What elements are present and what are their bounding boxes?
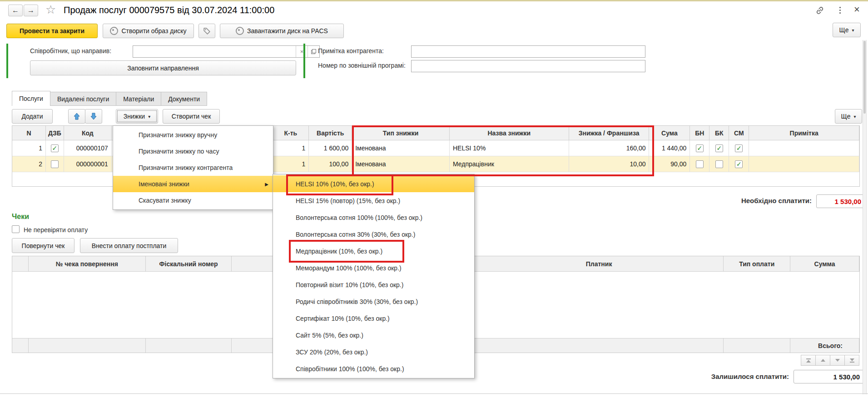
tag-button[interactable] — [198, 24, 215, 38]
cell-discount-franchise[interactable]: 10,00 — [569, 156, 650, 172]
cell-cost[interactable]: 100,00 — [309, 156, 352, 172]
bk-checkbox[interactable]: ✓ — [715, 144, 723, 152]
cell-qty[interactable]: 1 — [273, 140, 309, 156]
discounts-menu-button[interactable]: Знижки▾ — [116, 109, 158, 124]
move-up-button[interactable] — [68, 109, 85, 124]
favorite-star-icon[interactable]: ☆ — [45, 4, 56, 15]
bn-checkbox[interactable]: ✓ — [696, 144, 704, 152]
tab-services[interactable]: Послуги — [12, 91, 50, 106]
cell-note[interactable] — [749, 140, 859, 156]
submenu-item-volunteer-30[interactable]: Волонтерська сотня 30% (30%, без окр.) — [273, 226, 474, 243]
document-tabs: Послуги Видалені послуги Матеріали Докум… — [12, 91, 207, 106]
tab-deleted-services[interactable]: Видалені послуги — [50, 92, 116, 106]
cell-discount-name[interactable]: Медпрацівник — [450, 156, 569, 172]
receipts-heading: Чеки — [12, 213, 29, 221]
scrollbar-thumb[interactable] — [863, 41, 866, 114]
sm-checkbox[interactable]: ✓ — [735, 144, 743, 152]
menu-item-named-discounts[interactable]: Іменовані знижки ▶ — [113, 176, 273, 192]
external-number-input[interactable] — [411, 60, 645, 72]
get-link-icon[interactable] — [815, 5, 825, 17]
create-receipt-button[interactable]: Створити чек — [163, 109, 220, 124]
cell-note[interactable] — [749, 156, 859, 172]
cell-n[interactable]: 1 — [12, 140, 46, 156]
go-next-button[interactable] — [830, 355, 845, 366]
submenu-item-employees[interactable]: Співробітники 100% (100%, без окр.) — [273, 360, 474, 377]
submenu-item-site[interactable]: Сайт 5% (5%, без окр.) — [273, 327, 474, 343]
skip-payment-checkbox[interactable]: ✓ — [12, 225, 20, 233]
toolbar-more-button[interactable]: Ще▾ — [833, 23, 861, 37]
sm-checkbox[interactable]: ✓ — [735, 160, 743, 168]
submenu-item-repeat-visit[interactable]: Повторний візит 10% (10%, без окр.) — [273, 276, 474, 293]
cell-bk[interactable]: ✓ — [709, 156, 729, 172]
go-last-button[interactable] — [844, 355, 859, 366]
cell-bn[interactable]: ✓ — [690, 140, 709, 156]
menu-item-cancel-discount[interactable]: Скасувати знижку — [113, 192, 273, 209]
cell-discount-franchise[interactable]: 160,00 — [569, 140, 650, 156]
bn-checkbox[interactable]: ✓ — [696, 160, 704, 168]
post-payment-button[interactable]: Внести оплату постплати — [80, 238, 178, 253]
post-and-close-button[interactable]: Провести та закрити — [6, 24, 98, 38]
back-button[interactable]: ← — [8, 5, 23, 16]
cell-sm[interactable]: ✓ — [729, 140, 749, 156]
cell-cost[interactable]: 1 600,00 — [309, 140, 352, 156]
disc-icon — [236, 27, 244, 35]
cell-discount-type[interactable]: Іменована — [352, 156, 450, 172]
submenu-item-certificate[interactable]: Сертифікат 10% (10%, без окр.) — [273, 310, 474, 327]
fill-referral-button[interactable]: Заповнити направлення — [30, 60, 296, 75]
cell-code[interactable]: 000000107 — [64, 140, 112, 156]
cell-discount-name[interactable]: HELSI 10% — [450, 140, 569, 156]
cell-code[interactable]: 000000001 — [64, 156, 112, 172]
add-row-button[interactable]: Додати — [12, 109, 53, 124]
window-menu-kebab-icon[interactable] — [838, 6, 842, 15]
go-first-button[interactable] — [801, 355, 816, 366]
submenu-item-helsi-10[interactable]: HELSI 10% (10%, без окр.) — [273, 175, 474, 192]
submenu-item-zsu[interactable]: ЗСУ 20% (20%, без окр.) — [273, 343, 474, 360]
cell-n[interactable]: 2 — [12, 156, 46, 172]
col-header-qty: К-ть — [273, 126, 309, 140]
submenu-item-medworker[interactable]: Медпрацівник (10%, без окр.) — [273, 243, 474, 259]
group-accent-bar — [6, 44, 8, 78]
skip-payment-label[interactable]: Не перевіряти оплату — [24, 226, 88, 234]
vertical-scrollbar[interactable] — [863, 40, 867, 394]
referrer-input[interactable] — [133, 46, 296, 57]
total-label: Всього: — [790, 338, 859, 353]
upload-disk-pacs-button[interactable]: Завантажити диск на PACS — [220, 24, 344, 38]
tab-materials[interactable]: Матеріали — [116, 92, 161, 106]
menu-item-assign-counterparty[interactable]: Призначити знижку контрагента — [113, 159, 273, 176]
remaining-label: Залишилося сплатити: — [636, 373, 789, 380]
tab-documents[interactable]: Документи — [161, 92, 207, 106]
cell-dzb[interactable]: ✓ — [46, 156, 64, 172]
dzb-checkbox[interactable]: ✓ — [51, 160, 59, 168]
previous-row-icon — [821, 359, 825, 362]
clear-icon[interactable]: × — [296, 46, 308, 57]
submenu-item-memorandum[interactable]: Меморандум 100% (100%, без окр.) — [273, 259, 474, 276]
submenu-item-relatives[interactable]: Родичі співробітників 30% (30%, без окр.… — [273, 293, 474, 310]
create-disk-image-button[interactable]: Створити образ диску — [103, 24, 194, 38]
col-header-fiscal-number: Фіскальний номер — [146, 256, 232, 272]
cell-discount-type[interactable]: Іменована — [352, 140, 450, 156]
cell-dzb[interactable]: ✓ — [46, 140, 64, 156]
counterparty-note-input[interactable] — [411, 45, 645, 58]
cell-qty[interactable]: 1 — [273, 156, 309, 172]
cell-bk[interactable]: ✓ — [709, 140, 729, 156]
cell-sum[interactable]: 90,00 — [649, 156, 690, 172]
cell-bn[interactable]: ✓ — [690, 156, 709, 172]
col-header-discount-franchise: Знижка / Франшиза — [569, 126, 650, 140]
col-header-payment-type: Тип оплати — [724, 256, 790, 272]
menu-item-assign-manual[interactable]: Призначити знижку вручну — [113, 127, 273, 143]
close-icon[interactable]: × — [854, 5, 860, 15]
submenu-item-helsi-15[interactable]: HELSI 15% (повтор) (15%, без окр.) — [273, 192, 474, 209]
submenu-item-volunteer-100[interactable]: Волонтерська сотня 100% (100%, без окр.) — [273, 209, 474, 226]
go-previous-button[interactable] — [815, 355, 830, 366]
dzb-checkbox[interactable]: ✓ — [51, 144, 59, 152]
services-more-button[interactable]: Ще▾ — [835, 109, 862, 124]
cell-sm[interactable]: ✓ — [729, 156, 749, 172]
sales-document-window: ← → ☆ Продаж послуг 000079575 від 30.07.… — [0, 0, 868, 398]
last-row-icon — [850, 358, 854, 361]
return-receipt-button[interactable]: Повернути чек — [12, 238, 74, 253]
forward-button[interactable]: → — [24, 5, 38, 16]
move-down-button[interactable] — [85, 109, 102, 124]
bk-checkbox[interactable]: ✓ — [715, 160, 723, 168]
menu-item-assign-by-time[interactable]: Призначити знижку по часу — [113, 143, 273, 159]
cell-sum[interactable]: 1 440,00 — [649, 140, 690, 156]
